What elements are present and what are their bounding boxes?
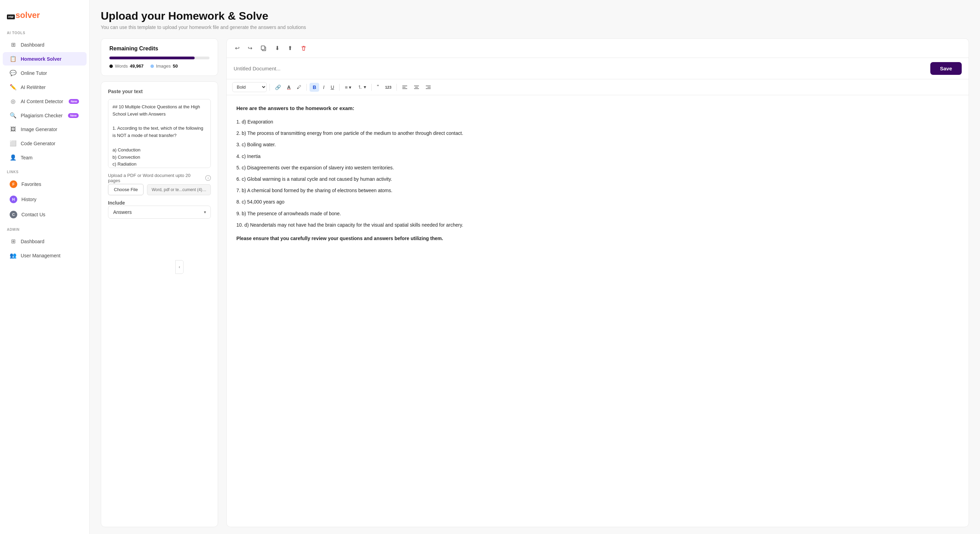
include-select[interactable]: Answers Questions Both [108, 206, 211, 219]
toolbar-divider [339, 84, 340, 91]
answer-item: 7. b) A chemical bond formed by the shar… [236, 186, 959, 195]
answer-item: 8. c) 54,000 years ago [236, 198, 959, 206]
words-stat: Words 49,967 [110, 64, 143, 68]
collapse-sidebar-button[interactable]: ‹ [175, 260, 184, 274]
rewriter-icon: ✏️ [10, 84, 17, 91]
redo-button[interactable]: ↪ [245, 43, 255, 54]
align-right-button[interactable] [423, 83, 433, 92]
choose-file-button[interactable]: Choose File [108, 184, 143, 195]
answer-item: 3. c) Boiling water. [236, 140, 959, 149]
sidebar-item-label: Homework Solver [21, 56, 61, 62]
sidebar-item-history[interactable]: H History [3, 192, 87, 207]
answer-item: 1. d) Evaporation [236, 118, 959, 126]
left-panel: Remaining Credits Words 49,967 Images [101, 38, 218, 527]
include-label: Include [108, 200, 211, 206]
format-toolbar: Bold Normal Heading 1 Heading 2 🔗 A 🖊 B … [227, 79, 969, 95]
sidebar-item-label: AI Content Detector [21, 99, 63, 104]
copy-button[interactable] [258, 43, 269, 54]
credits-progress-fill [110, 57, 195, 59]
words-value: 49,967 [130, 64, 143, 68]
footer-note: Please ensure that you carefully review … [236, 234, 959, 243]
font-style-select[interactable]: Bold Normal Heading 1 Heading 2 [232, 82, 267, 92]
ai-tools-label: AI TOOLS [0, 31, 89, 38]
sidebar-item-favorites[interactable]: F Favorites [3, 177, 87, 191]
link-button[interactable]: 🔗 [273, 83, 283, 92]
sidebar-item-label: AI ReWriter [21, 84, 46, 90]
credits-card: Remaining Credits Words 49,967 Images [101, 38, 218, 76]
page-subtitle: You can use this template to upload your… [101, 24, 969, 30]
sidebar-item-ai-rewriter[interactable]: ✏️ AI ReWriter [3, 80, 87, 94]
sidebar-item-contact-us[interactable]: C Contact Us [3, 207, 87, 222]
homework-icon: 📋 [10, 56, 17, 62]
logo-solver: solver [16, 10, 40, 20]
new-badge: New [68, 113, 79, 118]
sidebar-item-label: Plagiarism Checker [21, 113, 62, 118]
sidebar-item-plagiarism-checker[interactable]: 🔍 Plagiarism Checker New [3, 109, 87, 122]
editor-toolbar: ↩ ↪ ⬇ ⬆ [227, 39, 969, 58]
sidebar-item-dashboard[interactable]: ⊞ Dashboard [3, 38, 87, 51]
images-stat: Images 50 [150, 64, 178, 68]
answer-item: 4. c) Inertia [236, 152, 959, 161]
paste-text-label: Paste your text [108, 89, 211, 94]
main-content: ‹ Upload your Homework & Solve You can u… [90, 0, 980, 534]
user-management-icon: 👥 [10, 252, 17, 259]
paste-text-area[interactable]: ## 10 Multiple Choice Questions at the H… [108, 99, 211, 168]
image-icon: 🖼 [10, 126, 17, 132]
align-left-button[interactable] [399, 83, 410, 92]
logo-area: HWsolver [0, 7, 89, 28]
content-area: Upload your Homework & Solve You can use… [90, 0, 980, 534]
sidebar-item-label: Image Generator [21, 127, 57, 132]
upload-label: Upload a PDF or Word document upto 20 pa… [108, 173, 211, 183]
include-select-wrapper: Answers Questions Both ▾ [108, 206, 211, 219]
sidebar-item-user-management[interactable]: 👥 User Management [3, 249, 87, 262]
sidebar-item-label: Team [21, 155, 32, 161]
download-button[interactable]: ⬇ [272, 43, 282, 54]
answer-item: 5. c) Disagreements over the expansion o… [236, 164, 959, 172]
save-button[interactable]: Save [930, 62, 962, 75]
input-section: Paste your text ## 10 Multiple Choice Qu… [101, 81, 218, 527]
code-button[interactable]: 123 [383, 83, 394, 91]
sidebar-item-team[interactable]: 👤 Team [3, 151, 87, 164]
images-value: 50 [173, 64, 178, 68]
toolbar-divider [269, 84, 270, 91]
upload-info-icon[interactable]: i [205, 175, 211, 181]
credits-stats: Words 49,967 Images 50 [110, 64, 210, 68]
sidebar-item-online-tutor[interactable]: 💬 Online Tutor [3, 66, 87, 80]
delete-button[interactable] [298, 43, 310, 54]
contact-badge: C [10, 211, 17, 218]
sidebar-item-image-generator[interactable]: 🖼 Image Generator [3, 123, 87, 136]
answer-item: 6. c) Global warming is a natural cycle … [236, 175, 959, 184]
align-center-button[interactable] [411, 83, 422, 92]
images-label: Images [156, 64, 171, 68]
file-name-display: Word, pdf or te...cument (4).pdf [147, 184, 211, 195]
favorites-badge: F [10, 180, 17, 188]
editor-panel: ↩ ↪ ⬇ ⬆ [226, 38, 969, 527]
sidebar-item-label: Favorites [21, 181, 41, 187]
sidebar-item-label: User Management [21, 253, 60, 258]
sidebar-item-ai-content-detector[interactable]: ◎ AI Content Detector New [3, 95, 87, 108]
new-badge: New [69, 99, 80, 104]
document-title-input[interactable] [234, 65, 930, 72]
answer-item: 9. b) The presence of arrowheads made of… [236, 210, 959, 218]
sidebar-item-admin-dashboard[interactable]: ⊞ Dashboard [3, 235, 87, 248]
sidebar-item-code-generator[interactable]: ⬜ Code Generator [3, 137, 87, 150]
admin-dashboard-icon: ⊞ [10, 238, 17, 245]
highlight-button[interactable]: 🖊 [294, 83, 304, 91]
blockquote-button[interactable]: " [374, 83, 381, 92]
sidebar-item-homework-solver[interactable]: 📋 Homework Solver [3, 52, 87, 65]
italic-button[interactable]: I [321, 83, 327, 92]
detector-icon: ◎ [10, 98, 17, 105]
undo-button[interactable]: ↩ [232, 43, 242, 54]
font-color-button[interactable]: A [285, 83, 293, 92]
images-dot [150, 65, 154, 68]
team-icon: 👤 [10, 154, 17, 161]
upload-button[interactable]: ⬆ [285, 43, 295, 54]
bold-button[interactable]: B [310, 83, 319, 92]
underline-button[interactable]: U [328, 83, 336, 92]
ordered-list-button[interactable]: ⒈ ▾ [355, 83, 369, 92]
history-badge: H [10, 195, 17, 203]
sidebar-item-label: Dashboard [21, 239, 45, 244]
editor-content[interactable]: Here are the answers to the homework or … [227, 95, 969, 527]
bullet-list-button[interactable]: ≡ ▾ [342, 83, 354, 92]
logo: HWsolver [7, 10, 40, 20]
